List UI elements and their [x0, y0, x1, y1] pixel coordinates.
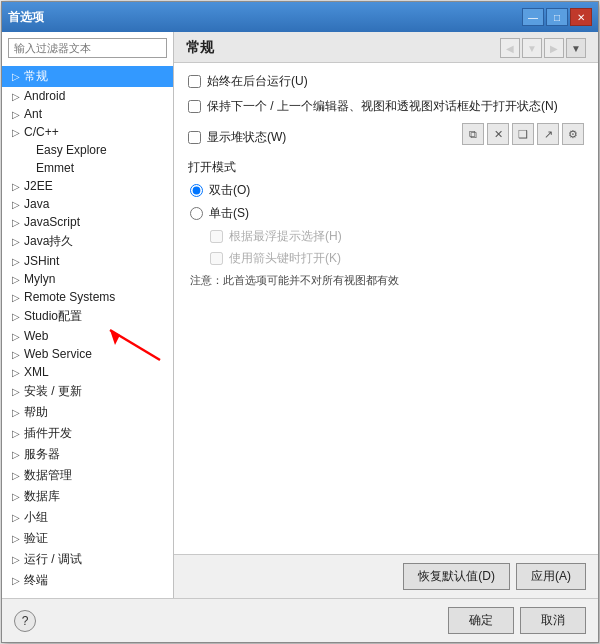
sidebar-item-run-debug[interactable]: ▷运行 / 调试: [2, 549, 173, 570]
sidebar-item-label-studio: Studio配置: [24, 308, 82, 325]
expand-icon-java: ▷: [10, 198, 22, 210]
sidebar-item-general[interactable]: ▷常规: [2, 66, 173, 87]
expand-icon-java-persist: ▷: [10, 236, 22, 248]
maximize-button[interactable]: □: [546, 8, 568, 26]
sidebar-item-xml[interactable]: ▷XML: [2, 363, 173, 381]
forward-button[interactable]: ▶: [544, 38, 564, 58]
expand-icon-verify: ▷: [10, 533, 22, 545]
expand-icon-general: ▷: [10, 71, 22, 83]
copy-icon-btn[interactable]: ⧉: [462, 123, 484, 145]
sidebar-item-web-service[interactable]: ▷Web Service: [2, 345, 173, 363]
filter-input[interactable]: [8, 38, 167, 58]
arrow-open-checkbox[interactable]: [210, 252, 223, 265]
sidebar-item-studio[interactable]: ▷Studio配置: [2, 306, 173, 327]
sidebar: ▷常规▷Android▷Ant▷C/C++Easy ExploreEmmet▷J…: [2, 32, 174, 598]
minimize-button[interactable]: —: [522, 8, 544, 26]
main-content: 始终在后台运行(U) 保持下一个 / 上一个编辑器、视图和透视图对话框处于打开状…: [174, 63, 598, 554]
expand-icon-ant: ▷: [10, 108, 22, 120]
expand-icon-j2ee: ▷: [10, 180, 22, 192]
apply-button[interactable]: 应用(A): [516, 563, 586, 590]
sidebar-item-label-verify: 验证: [24, 530, 48, 547]
sidebar-item-label-help: 帮助: [24, 404, 48, 421]
sidebar-item-database[interactable]: ▷数据库: [2, 486, 173, 507]
sidebar-item-cpp[interactable]: ▷C/C++: [2, 123, 173, 141]
sidebar-item-java[interactable]: ▷Java: [2, 195, 173, 213]
expand-icon-remote-systems: ▷: [10, 291, 22, 303]
sidebar-item-label-android: Android: [24, 89, 65, 103]
sidebar-item-ant[interactable]: ▷Ant: [2, 105, 173, 123]
sidebar-item-emmet[interactable]: Emmet: [2, 159, 173, 177]
double-click-radio[interactable]: [190, 184, 203, 197]
panel-title: 常规: [186, 39, 214, 57]
menu-button[interactable]: ▼: [566, 38, 586, 58]
always-background-checkbox[interactable]: [188, 75, 201, 88]
sidebar-item-label-cpp: C/C++: [24, 125, 59, 139]
expand-icon-terminal: ▷: [10, 575, 22, 587]
dropdown-button[interactable]: ▼: [522, 38, 542, 58]
single-click-radio[interactable]: [190, 207, 203, 220]
note-text: 注意：此首选项可能并不对所有视图都有效: [188, 273, 584, 288]
sidebar-item-label-ant: Ant: [24, 107, 42, 121]
sidebar-item-label-java-persist: Java持久: [24, 233, 73, 250]
expand-icon-xml: ▷: [10, 366, 22, 378]
close-button[interactable]: ✕: [570, 8, 592, 26]
sidebar-item-label-emmet: Emmet: [36, 161, 74, 175]
keep-editor-checkbox[interactable]: [188, 100, 201, 113]
cancel-button[interactable]: 取消: [520, 607, 586, 634]
expand-icon-install: ▷: [10, 386, 22, 398]
export-icon-btn[interactable]: ↗: [537, 123, 559, 145]
settings-icon-btn[interactable]: ⚙: [562, 123, 584, 145]
sub-option-arrow: 使用箭头键时打开(K): [188, 250, 584, 267]
back-button[interactable]: ◀: [500, 38, 520, 58]
hover-select-label: 根据最浮提示选择(H): [229, 228, 342, 245]
help-button[interactable]: ?: [14, 610, 36, 632]
sidebar-item-label-mylyn: Mylyn: [24, 272, 55, 286]
hover-select-checkbox[interactable]: [210, 230, 223, 243]
sidebar-item-label-j2ee: J2EE: [24, 179, 53, 193]
sidebar-item-web[interactable]: ▷Web: [2, 327, 173, 345]
content-area: ▷常规▷Android▷Ant▷C/C++Easy ExploreEmmet▷J…: [2, 32, 598, 598]
sidebar-item-help[interactable]: ▷帮助: [2, 402, 173, 423]
sidebar-item-label-remote-systems: Remote Systems: [24, 290, 115, 304]
sidebar-item-javascript[interactable]: ▷JavaScript: [2, 213, 173, 231]
radio-single-click: 单击(S): [188, 205, 584, 222]
expand-icon-jshint: ▷: [10, 255, 22, 267]
paste-icon-btn[interactable]: ❑: [512, 123, 534, 145]
sidebar-item-jshint[interactable]: ▷JSHint: [2, 252, 173, 270]
delete-icon-btn[interactable]: ✕: [487, 123, 509, 145]
expand-icon-easy-explore: [22, 144, 34, 156]
show-heap-checkbox[interactable]: [188, 131, 201, 144]
ok-button[interactable]: 确定: [448, 607, 514, 634]
sidebar-item-label-plugin-dev: 插件开发: [24, 425, 72, 442]
sidebar-item-j2ee[interactable]: ▷J2EE: [2, 177, 173, 195]
expand-icon-team: ▷: [10, 512, 22, 524]
sidebar-item-java-persist[interactable]: ▷Java持久: [2, 231, 173, 252]
icon-toolbar: ⧉ ✕ ❑ ↗ ⚙: [462, 123, 584, 145]
sidebar-item-label-general: 常规: [24, 68, 48, 85]
sidebar-item-label-java: Java: [24, 197, 49, 211]
sidebar-item-label-run-debug: 运行 / 调试: [24, 551, 82, 568]
sidebar-item-mylyn[interactable]: ▷Mylyn: [2, 270, 173, 288]
keep-editor-label: 保持下一个 / 上一个编辑器、视图和透视图对话框处于打开状态(N): [207, 98, 558, 115]
sidebar-item-label-web-service: Web Service: [24, 347, 92, 361]
sidebar-item-label-team: 小组: [24, 509, 48, 526]
restore-defaults-button[interactable]: 恢复默认值(D): [403, 563, 510, 590]
sidebar-item-data-mgmt[interactable]: ▷数据管理: [2, 465, 173, 486]
sidebar-item-plugin-dev[interactable]: ▷插件开发: [2, 423, 173, 444]
open-mode-label: 打开模式: [188, 159, 584, 176]
sidebar-item-install[interactable]: ▷安装 / 更新: [2, 381, 173, 402]
sidebar-item-team[interactable]: ▷小组: [2, 507, 173, 528]
expand-icon-android: ▷: [10, 90, 22, 102]
sidebar-item-remote-systems[interactable]: ▷Remote Systems: [2, 288, 173, 306]
sidebar-item-terminal[interactable]: ▷终端: [2, 570, 173, 591]
title-bar: 首选项 — □ ✕: [2, 2, 598, 32]
sidebar-item-label-data-mgmt: 数据管理: [24, 467, 72, 484]
sidebar-item-server[interactable]: ▷服务器: [2, 444, 173, 465]
sidebar-item-verify[interactable]: ▷验证: [2, 528, 173, 549]
expand-icon-javascript: ▷: [10, 216, 22, 228]
sidebar-item-easy-explore[interactable]: Easy Explore: [2, 141, 173, 159]
bottom-buttons: 恢复默认值(D) 应用(A): [174, 554, 598, 598]
sub-option-hover: 根据最浮提示选择(H): [188, 228, 584, 245]
sidebar-item-android[interactable]: ▷Android: [2, 87, 173, 105]
footer-right: 确定 取消: [448, 607, 586, 634]
